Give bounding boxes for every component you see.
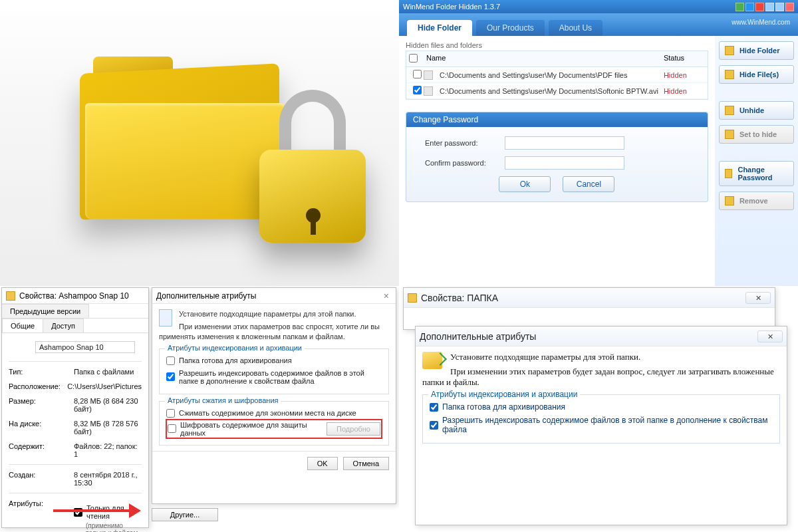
compress-checkbox[interactable]: [166, 409, 175, 418]
ready-archive-checkbox[interactable]: [166, 356, 175, 365]
select-all-checkbox[interactable]: [409, 54, 418, 63]
set-to-hide-button[interactable]: Set to hide: [719, 125, 794, 144]
row-status: Hidden: [661, 68, 708, 82]
dialog-title: Свойства: Ashampoo Snap 10: [19, 291, 129, 301]
dialog-title: Дополнительные атрибуты: [420, 331, 536, 342]
annotation-arrow: [53, 500, 146, 520]
folder-icon: [9, 340, 29, 357]
change-password-title: Change Password: [406, 112, 708, 127]
list-caption: Hidden files and folders: [406, 41, 708, 49]
dialog-title: Дополнительные атрибуты: [156, 291, 256, 301]
row-checkbox[interactable]: [413, 86, 422, 94]
ok-button[interactable]: Ok: [499, 176, 551, 192]
maximize-icon[interactable]: [775, 3, 784, 11]
minimize-icon[interactable]: [765, 3, 774, 11]
cancel-button[interactable]: Cancel: [563, 176, 614, 192]
change-password-panel: Change Password Enter password: Confirm …: [406, 112, 708, 202]
close-icon[interactable]: ✕: [757, 331, 783, 342]
file-icon: [725, 70, 734, 79]
brand-link[interactable]: www.WinMend.com: [732, 19, 790, 26]
unlock-icon: [725, 106, 734, 115]
page-icon: [159, 309, 172, 327]
sys-color-2[interactable]: [745, 3, 754, 11]
ok-button[interactable]: OK: [307, 457, 338, 470]
row-status: Hidden: [661, 84, 708, 98]
location-value: C:\Users\User\Pictures: [67, 382, 142, 390]
winmend-titlebar[interactable]: WinMend Folder Hidden 1.3.7: [399, 0, 798, 13]
folder-arrow-icon: [422, 352, 442, 369]
allow-index-checkbox[interactable]: [166, 372, 175, 381]
folder-glyph: [80, 57, 319, 229]
trash-icon: [725, 196, 734, 205]
tab-access[interactable]: Доступ: [43, 319, 84, 332]
tab-previous-versions[interactable]: Предыдущие версии: [2, 304, 89, 318]
close-icon[interactable]: [785, 3, 794, 11]
folder-properties-dialog: Свойства: Ashampoo Snap 10 Предыдущие ве…: [1, 287, 149, 528]
folder-icon: [408, 293, 417, 303]
remove-button[interactable]: Remove: [719, 192, 794, 210]
type-value: Папка с файлами: [74, 368, 142, 376]
col-name: Name: [424, 51, 661, 66]
details-button: Подробно: [327, 422, 380, 436]
table-row[interactable]: C:\Documents and Settings\user\My Docume…: [406, 83, 708, 99]
folder-name-field[interactable]: Ashampoo Snap 10: [35, 341, 135, 353]
table-row[interactable]: C:\Documents and Settings\user\My Docume…: [406, 67, 708, 83]
folder-icon: [6, 291, 15, 301]
created-value: 8 сентября 2018 г., 15:30: [74, 471, 142, 487]
change-password-button[interactable]: Change Password: [719, 161, 794, 186]
dialog-title: Свойства: ПАПКА: [421, 293, 498, 303]
folder-lock-illustration: [0, 0, 399, 286]
row-path: C:\Documents and Settings\user\My Docume…: [437, 84, 661, 98]
hidden-items-table: Name Status C:\Documents and Settings\us…: [406, 51, 708, 100]
hide-files-button[interactable]: Hide File(s): [719, 65, 794, 84]
tab-our-products[interactable]: Our Products: [476, 20, 545, 36]
key-icon: [725, 169, 733, 178]
cancel-button[interactable]: Отмена: [343, 457, 389, 470]
folder-icon: [725, 46, 734, 55]
encrypt-checkbox[interactable]: [168, 424, 176, 433]
sys-color-3[interactable]: [755, 3, 764, 11]
contains-value: Файлов: 22; папок: 1: [74, 442, 142, 458]
hide-folder-button[interactable]: Hide Folder: [719, 41, 794, 60]
winmend-sidebar: Hide Folder Hide File(s) Unhide Set to h…: [715, 36, 798, 286]
confirm-password-label: Confirm password:: [425, 159, 505, 167]
winmend-title: WinMend Folder Hidden 1.3.7: [403, 3, 500, 11]
row-path: C:\Documents and Settings\user\My Docume…: [437, 68, 661, 82]
winmend-window: WinMend Folder Hidden 1.3.7 Hide Folder …: [399, 0, 798, 286]
close-icon[interactable]: ×: [381, 291, 392, 301]
advanced-attributes-dialog: Дополнительные атрибуты × Установите под…: [152, 287, 396, 504]
padlock-icon: [253, 90, 372, 243]
allow-index-checkbox[interactable]: [430, 421, 438, 430]
enter-password-label: Enter password:: [425, 139, 505, 147]
unhide-button[interactable]: Unhide: [719, 101, 794, 120]
ready-archive-checkbox[interactable]: [430, 403, 438, 412]
confirm-password-input[interactable]: [505, 156, 624, 170]
enter-password-input[interactable]: [505, 136, 624, 150]
col-status: Status: [661, 51, 708, 66]
lock-icon: [725, 130, 734, 139]
tab-hide-folder[interactable]: Hide Folder: [407, 20, 472, 36]
advanced-attributes-dialog: Дополнительные атрибуты ✕ Установите под…: [415, 326, 787, 525]
tab-general[interactable]: Общие: [2, 319, 43, 332]
tab-about-us[interactable]: About Us: [549, 20, 602, 36]
folder-properties-dialog: Свойства: ПАПКА ✕: [403, 287, 775, 330]
close-icon[interactable]: ✕: [745, 292, 771, 304]
file-icon: [424, 86, 433, 96]
folder-icon: [424, 70, 433, 80]
row-checkbox[interactable]: [413, 70, 422, 78]
sys-color-1[interactable]: [735, 3, 744, 11]
other-attributes-button[interactable]: Другие...: [152, 508, 218, 521]
size-value: 8,28 МБ (8 684 230 байт): [74, 397, 142, 413]
ondisk-value: 8,32 МБ (8 728 576 байт): [74, 420, 142, 436]
